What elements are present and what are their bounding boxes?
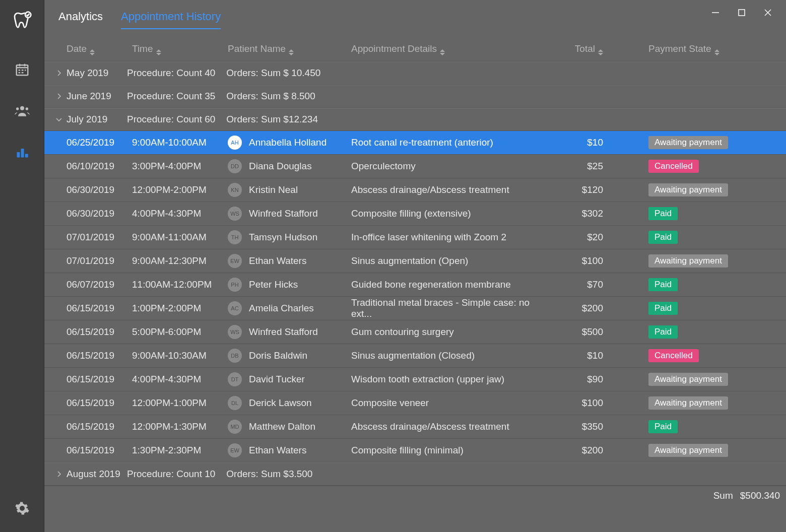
sidebar-item-patients[interactable] [12,101,32,121]
cell-date: 06/15/2019 [67,350,132,361]
cell-time: 9:00AM-10:30AM [132,350,228,361]
avatar: KN [228,183,242,197]
cell-date: 07/01/2019 [67,255,132,267]
cell-payment: Paid [608,325,777,339]
chevron-right-icon [51,69,67,77]
cell-date: 06/15/2019 [67,421,132,432]
table-row[interactable]: 06/30/20194:00PM-4:30PMWSWinfred Staffor… [44,202,786,226]
cell-date: 06/15/2019 [67,445,132,456]
cell-payment: Paid [608,420,777,433]
col-header-time[interactable]: Time [132,43,228,55]
sort-icon [90,49,95,55]
table-row[interactable]: 07/01/20199:00AM-12:30PMEWEthan WatersSi… [44,249,786,273]
avatar: WS [228,207,242,221]
sidebar [0,0,44,532]
status-badge: Paid [648,325,678,339]
status-badge: Awaiting payment [648,136,728,149]
cell-payment: Awaiting payment [608,136,777,149]
table-row[interactable]: 06/15/20195:00PM-6:00PMWSWinfred Staffor… [44,320,786,344]
table-row[interactable]: 06/25/20199:00AM-10:00AMAHAnnabella Holl… [44,131,786,155]
cell-patient: WSWinfred Stafford [228,325,351,339]
col-header-total[interactable]: Total [553,43,608,55]
sidebar-item-settings[interactable] [15,501,30,518]
avatar: TH [228,230,242,244]
cell-time: 1:00PM-2:00PM [132,303,228,314]
patient-name: Kristin Neal [249,184,298,195]
sidebar-item-calendar[interactable] [12,59,32,80]
sort-icon [156,49,161,55]
table-row[interactable]: 06/07/201911:00AM-12:00PMPHPeter HicksGu… [44,273,786,297]
cell-patient: DTDavid Tucker [228,372,351,386]
cell-date: 07/01/2019 [67,232,132,243]
col-header-date[interactable]: Date [67,43,132,55]
cell-patient: KNKristin Neal [228,183,351,197]
cell-payment: Paid [608,278,777,291]
svg-rect-17 [739,10,745,16]
cell-time: 9:00AM-11:00AM [132,232,228,243]
tab-appointment-history[interactable]: Appointment History [121,10,221,29]
cell-details: Traditional metal braces - Simple case: … [351,297,553,319]
group-orders: Orders: Sum $ 8.500 [226,91,315,102]
sidebar-item-analytics[interactable] [12,142,32,162]
patient-name: Ethan Waters [249,255,306,267]
avatar: DT [228,372,242,386]
sort-icon [440,49,445,55]
cell-total: $302 [553,208,608,219]
tabs: Analytics Appointment History [58,10,221,29]
patient-name: Ethan Waters [249,445,306,456]
group-month: July 2019 [67,114,122,125]
cell-patient: ACAmelia Charles [228,301,351,315]
table-row[interactable]: 06/15/20199:00AM-10:30AMDBDoris BaldwinS… [44,344,786,368]
cell-details: Operculectomy [351,161,553,172]
col-header-payment[interactable]: Payment State [608,43,777,55]
table-row[interactable]: 06/15/20194:00PM-4:30PMDTDavid TuckerWis… [44,368,786,391]
group-row[interactable]: June 2019Procedure: Count 35Orders: Sum … [44,85,786,108]
chevron-right-icon [51,92,67,100]
group-row[interactable]: July 2019Procedure: Count 60Orders: Sum … [44,108,786,131]
cell-date: 06/10/2019 [67,161,132,172]
table-row[interactable]: 06/30/201912:00PM-2:00PMKNKristin NealAb… [44,178,786,202]
table-row[interactable]: 06/15/201912:00PM-1:30PMMDMatthew Dalton… [44,415,786,439]
cell-patient: PHPeter Hicks [228,278,351,292]
tab-analytics[interactable]: Analytics [58,10,103,29]
col-header-patient[interactable]: Patient Name [228,43,351,55]
patient-name: David Tucker [249,374,305,385]
group-month: May 2019 [67,68,122,79]
patient-name: Doris Baldwin [249,350,307,361]
cell-time: 4:00PM-4:30PM [132,374,228,385]
cell-details: Sinus augmentation (Closed) [351,350,553,361]
group-row[interactable]: August 2019Procedure: Count 10Orders: Su… [44,462,786,486]
cell-date: 06/25/2019 [67,137,132,148]
cell-time: 11:00AM-12:00PM [132,279,228,290]
table-row[interactable]: 07/01/20199:00AM-11:00AMTHTamsyn HudsonI… [44,226,786,249]
window-minimize-button[interactable] [702,0,729,25]
footer-sum-label: Sum [713,490,733,501]
table-row[interactable]: 06/15/201912:00PM-1:00PMDLDerick LawsonC… [44,391,786,415]
table-row[interactable]: 06/15/20191:00PM-2:00PMACAmelia CharlesT… [44,297,786,320]
cell-total: $25 [553,161,608,172]
cell-details: Root canal re-treatment (anterior) [351,137,553,148]
main-panel: Analytics Appointment History Date Time … [44,0,786,532]
status-badge: Cancelled [648,160,699,173]
svg-point-11 [16,107,19,110]
chevron-down-icon [51,115,67,123]
avatar: EW [228,443,242,457]
window-close-button[interactable] [755,0,781,25]
col-header-details[interactable]: Appointment Details [351,43,553,55]
footer-sum-value: $500.340 [740,490,780,501]
svg-rect-5 [18,70,20,71]
svg-rect-15 [25,154,28,158]
table-row[interactable]: 06/15/20191:30PM-2:30PMEWEthan WatersCom… [44,439,786,462]
cell-total: $200 [553,445,608,456]
group-row[interactable]: May 2019Procedure: Count 40Orders: Sum $… [44,61,786,85]
rows-container: May 2019Procedure: Count 40Orders: Sum $… [44,61,786,486]
sort-icon [714,49,719,55]
status-badge: Awaiting payment [648,183,728,196]
sort-icon [289,49,294,55]
svg-rect-6 [21,70,23,71]
window-maximize-button[interactable] [729,0,755,25]
svg-rect-7 [25,70,26,71]
table-row[interactable]: 06/10/20193:00PM-4:00PMDDDiana DouglasOp… [44,155,786,178]
avatar: AH [228,136,242,150]
patient-name: Amelia Charles [249,303,314,314]
